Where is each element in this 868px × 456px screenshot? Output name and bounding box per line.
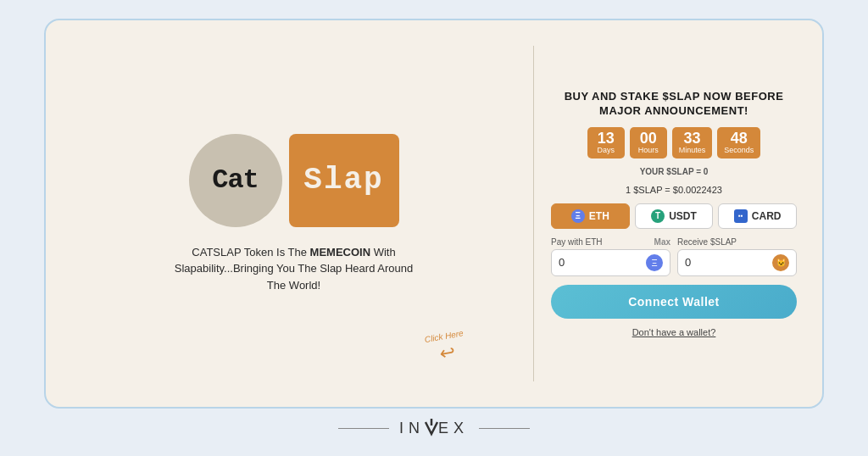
main-card: Cat Slap CATSLAP Token Is The MEMECOIN W… [44,19,824,409]
receive-field-wrapper: 🐱 [677,249,797,276]
cat-logo: Cat [189,134,282,227]
slap-logo: Slap [289,134,399,227]
tab-eth-label: ETH [589,210,609,222]
brand-letter-v [425,419,438,437]
eth-ball-icon: Ξ [646,254,663,271]
receive-input[interactable] [685,256,768,269]
tab-usdt-label: USDT [669,210,697,222]
input-row: Pay with ETH Max Ξ Receive $SLAP 🐱 [551,237,797,276]
right-section: BUY AND STAKE $SLAP NOW BEFORE MAJOR ANN… [551,46,797,381]
brand-letter-i: I [399,420,409,437]
brand-letter-n: N [409,420,425,437]
brand-line-left [338,428,389,429]
receive-label-row: Receive $SLAP [677,237,797,247]
bottom-brand: I N E X [338,419,530,437]
click-here-arrow: Click Here ↩ [424,327,468,367]
payment-tabs: Ξ ETH T USDT ▪▪ CARD [551,203,797,229]
tab-card[interactable]: ▪▪ CARD [718,203,797,229]
connect-wallet-button[interactable]: Connect Wallet [551,285,797,319]
brand-name: I N E X [399,419,469,437]
countdown-timer: 13 Days 00 Hours 33 Minutes 48 Seconds [587,127,761,158]
tab-card-label: CARD [752,210,782,222]
left-section: Cat Slap CATSLAP Token Is The MEMECOIN W… [71,46,516,381]
eth-icon: Ξ [571,209,585,223]
brand-v-icon [425,419,438,437]
tab-eth[interactable]: Ξ ETH [551,203,630,229]
pay-label: Pay with ETH [551,237,603,247]
pay-input-group: Pay with ETH Max Ξ [551,237,670,276]
logo-container: Cat Slap [189,134,399,227]
no-wallet-link[interactable]: Don't have a wallet? [632,327,716,337]
pay-label-row: Pay with ETH Max [551,237,670,247]
your-slap-label: YOUR $SLAP = 0 [640,167,709,176]
brand-letter-e: E [438,420,453,437]
pay-input[interactable] [559,256,642,269]
section-divider [533,46,534,381]
slap-price: 1 $SLAP = $0.0022423 [626,185,722,195]
countdown-minutes: 33 Minutes [672,127,713,158]
slap-ball-icon: 🐱 [772,254,789,271]
countdown-hours: 00 Hours [630,127,667,158]
brand-line-right [479,428,530,429]
countdown-days: 13 Days [587,127,625,158]
card-icon: ▪▪ [734,209,748,223]
buy-title: BUY AND STAKE $SLAP NOW BEFORE MAJOR ANN… [565,90,784,119]
usdt-icon: T [651,209,665,223]
tab-usdt[interactable]: T USDT [635,203,714,229]
brand-letter-x: X [453,420,469,437]
max-label: Max [654,237,670,247]
receive-label: Receive $SLAP [677,237,737,247]
tagline: CATSLAP Token Is The MEMECOIN With Slapa… [167,244,421,294]
countdown-seconds: 48 Seconds [717,127,760,158]
pay-field-wrapper: Ξ [551,249,670,276]
receive-input-group: Receive $SLAP 🐱 [677,237,797,276]
arrow-icon: ↩ [426,339,468,368]
